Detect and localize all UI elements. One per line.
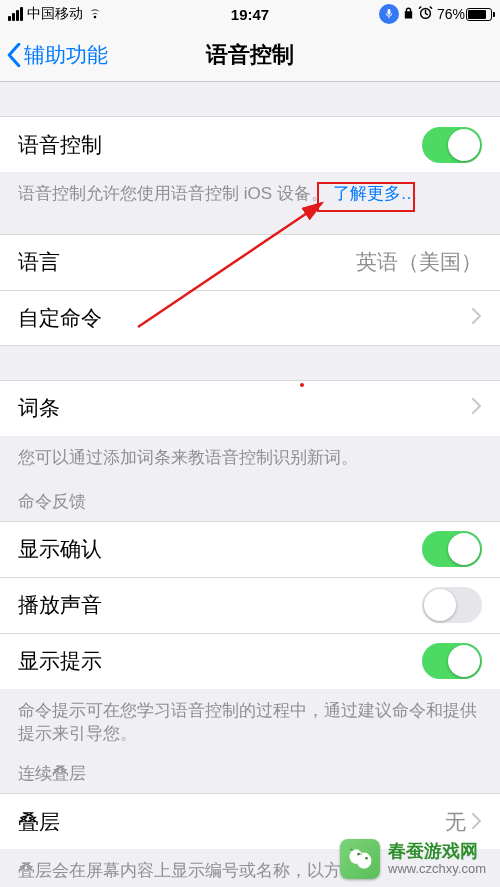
language-value: 英语（美国） [356,248,482,276]
battery-icon [466,8,492,21]
carrier-label: 中国移动 [27,5,83,23]
voice-control-footer-text: 语音控制允许您使用语音控制 iOS 设备。 [18,184,328,203]
chevron-right-icon [472,398,482,418]
status-time: 19:47 [231,6,269,23]
row-show-confirm[interactable]: 显示确认 [0,521,500,577]
voice-control-indicator-icon [379,4,399,24]
annotation-dot [300,383,304,387]
voice-control-footer: 语音控制允许您使用语音控制 iOS 设备。 了解更多… [0,172,500,206]
row-play-sound[interactable]: 播放声音 [0,577,500,633]
group-voice-control: 语音控制 语音控制允许您使用语音控制 iOS 设备。 了解更多… [0,116,500,206]
group-language: 语言 英语（美国） 自定命令 [0,234,500,346]
play-sound-switch[interactable] [422,587,482,623]
svg-rect-0 [388,9,391,15]
watermark-title: 春蚕游戏网 [388,841,486,862]
show-confirm-switch[interactable] [422,531,482,567]
watermark-logo-icon [340,839,380,879]
vocabulary-label: 词条 [18,394,60,422]
page-title: 语音控制 [0,40,500,70]
battery-indicator: 76% [437,6,492,22]
watermark-text: 春蚕游戏网 www.czchxy.com [388,841,486,877]
row-vocabulary[interactable]: 词条 [0,380,500,436]
group-command-feedback: 显示确认 播放声音 显示提示 命令提示可在您学习语音控制的过程中，通过建议命令和… [0,521,500,747]
phone-screen: 中国移动 19:47 76% 辅助功能 语 [0,0,500,887]
svg-point-7 [365,857,368,860]
status-bar: 中国移动 19:47 76% [0,0,500,28]
language-label: 语言 [18,248,60,276]
chevron-right-icon [472,308,482,328]
row-show-hints[interactable]: 显示提示 [0,633,500,689]
row-language[interactable]: 语言 英语（美国） [0,234,500,290]
watermark-url: www.czchxy.com [388,862,486,877]
learn-more-link[interactable]: 了解更多… [333,184,418,203]
cellular-signal-icon [8,7,23,21]
custom-commands-label: 自定命令 [18,304,102,332]
show-confirm-label: 显示确认 [18,535,102,563]
status-left: 中国移动 [8,5,103,24]
group-vocabulary: 词条 您可以通过添加词条来教语音控制识别新词。 [0,380,500,470]
voice-control-switch[interactable] [422,127,482,163]
section-header-command-feedback: 命令反馈 [0,470,500,521]
orientation-lock-icon [403,6,414,23]
status-right: 76% [379,4,492,24]
show-hints-switch[interactable] [422,643,482,679]
watermark: 春蚕游戏网 www.czchxy.com [0,831,500,887]
section-header-overlay: 连续叠层 [0,746,500,793]
alarm-icon [418,5,433,23]
show-hints-label: 显示提示 [18,647,102,675]
voice-control-label: 语音控制 [18,131,102,159]
row-voice-control[interactable]: 语音控制 [0,116,500,172]
nav-header: 辅助功能 语音控制 [0,28,500,82]
play-sound-label: 播放声音 [18,591,102,619]
hints-footer: 命令提示可在您学习语音控制的过程中，通过建议命令和提供提示来引导您。 [0,689,500,747]
battery-percent: 76% [437,6,465,22]
vocabulary-footer: 您可以通过添加词条来教语音控制识别新词。 [0,436,500,470]
wifi-icon [87,5,103,24]
row-custom-commands[interactable]: 自定命令 [0,290,500,346]
